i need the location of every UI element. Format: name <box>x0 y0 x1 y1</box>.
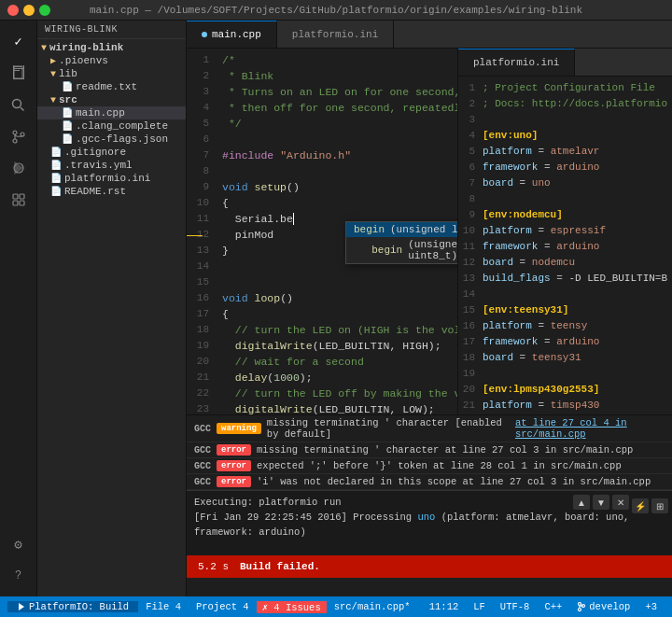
lint-item-2: GCC error missing terminating ' characte… <box>187 442 672 458</box>
svg-rect-15 <box>13 194 18 199</box>
terminal-grid[interactable]: ⊞ <box>651 498 668 513</box>
error-badge: error <box>217 476 251 487</box>
status-filename[interactable]: src/main.cpp* <box>327 601 418 612</box>
maximize-button[interactable] <box>39 5 50 16</box>
activity-settings[interactable]: ⚙ <box>6 531 32 557</box>
tree-item-gitignore[interactable]: 📄 .gitignore <box>37 146 186 159</box>
app-window: main.cpp — /Volumes/SOFT/Projects/GitHub… <box>0 0 672 617</box>
tree-label: .clang_complete <box>76 120 168 132</box>
file-icon: 📄 <box>50 173 62 184</box>
status-file-label: File 4 <box>146 601 181 612</box>
tree-item-src[interactable]: ▼ src <box>37 93 186 106</box>
activity-git[interactable] <box>6 123 32 149</box>
terminal-line-3: framework: arduino) <box>194 525 665 540</box>
code-line: * Blink <box>222 68 450 84</box>
right-code-line <box>483 366 668 382</box>
gcc-label: GCC <box>194 424 211 434</box>
status-project[interactable]: Project 4 <box>189 601 257 612</box>
tree-item-wiring-blink[interactable]: ▼ wiring-blink <box>37 41 186 54</box>
status-line-col[interactable]: 11:12 <box>422 601 467 612</box>
autocomplete-item-1[interactable]: begin(unsigned long baud) void <box>346 222 457 237</box>
tree-label: src <box>59 94 77 105</box>
terminal-pre: [Fri Jan 29 22:25:45 2016] Processing <box>194 512 417 523</box>
tree-item-readme-rst[interactable]: 📄 README.rst <box>37 185 186 198</box>
tree-item-pioenvs[interactable]: ▶ .pioenvs <box>37 54 186 67</box>
terminal-close[interactable]: ✕ <box>612 495 629 510</box>
lint-section-wrapper: SMART CODE LINTER GCC warning missing te… <box>187 415 672 490</box>
lint-item-1: GCC warning missing terminating ' charac… <box>187 415 672 442</box>
tree-item-gcc-flags[interactable]: 📄 .gcc-flags.json <box>37 133 186 146</box>
status-charset-label: UTF-8 <box>500 601 530 612</box>
activity-search[interactable] <box>6 91 32 118</box>
status-branch[interactable]: develop <box>569 601 637 612</box>
status-encoding[interactable]: LF <box>466 601 493 612</box>
activity-extensions[interactable] <box>6 187 32 213</box>
status-extra[interactable]: +3 <box>637 601 665 612</box>
right-panel-tabs: platformio.ini <box>458 49 672 77</box>
build-time: 5.2 s <box>198 561 229 572</box>
lint-message: 'i' was not declared in this scope at li… <box>257 476 651 487</box>
tree-item-lib[interactable]: ▼ lib <box>37 67 186 80</box>
terminal-lightning[interactable]: ⚡ <box>632 498 649 513</box>
titlebar-title: main.cpp — /Volumes/SOFT/Projects/GitHub… <box>90 5 582 16</box>
right-code-line <box>483 112 668 128</box>
svg-rect-2 <box>14 70 20 71</box>
tree-item-travis[interactable]: 📄 .travis.yml <box>37 159 186 172</box>
tab-platformio-ini-right[interactable]: platformio.ini <box>458 49 575 76</box>
lint-items: GCC warning missing terminating ' charac… <box>187 415 672 490</box>
activity-debug[interactable] <box>6 155 32 181</box>
right-code-line: platform = espressif <box>483 223 668 239</box>
code-line: * Turns on an LED on for one second, <box>222 84 450 100</box>
tree-item-main-cpp[interactable]: 📄 main.cpp <box>37 106 186 119</box>
tree-item-clang[interactable]: 📄 .clang_complete <box>37 119 186 133</box>
status-platformio[interactable]: PlatformIO: Build <box>7 601 138 612</box>
activity-files[interactable] <box>6 60 32 86</box>
right-code-line: ; Docs: http://docs.platformio <box>483 96 668 112</box>
tree-label: .pioenvs <box>59 55 108 66</box>
line-numbers: 12345 678910 1112131415 1617181920 21222… <box>187 49 215 414</box>
tree-label: .gitignore <box>64 147 126 158</box>
activity-help[interactable]: ? <box>6 563 32 589</box>
svg-rect-5 <box>23 65 24 78</box>
tab-label: main.cpp <box>212 29 261 40</box>
editor-split: 12345 678910 1112131415 1617181920 21222… <box>187 49 672 414</box>
right-code-line: framework = arduino <box>483 239 668 255</box>
svg-point-9 <box>13 131 17 134</box>
close-button[interactable] <box>7 5 19 16</box>
tree-item-platformio-ini[interactable]: 📄 platformio.ini <box>37 172 186 185</box>
status-extra-label: +3 <box>645 601 657 612</box>
file-icon: 📄 <box>50 147 62 158</box>
tab-platformio-ini[interactable]: platformio.ini <box>277 21 394 48</box>
minimize-button[interactable] <box>23 5 35 16</box>
tab-main-cpp[interactable]: main.cpp <box>187 21 277 48</box>
autocomplete-fn-name: begin <box>354 224 385 235</box>
status-lang-label: C++ <box>544 601 562 612</box>
status-issues[interactable]: ✗ 4 Issues <box>257 601 327 613</box>
activity-checkmark[interactable]: ✓ <box>6 28 32 54</box>
code-line: */ <box>222 116 450 132</box>
right-line-numbers: 12345 678910 1112131415 1617181920 21222… <box>458 77 479 414</box>
right-code-line: ; Project Configuration File <box>483 80 668 96</box>
tree-item-readme-txt[interactable]: 📄 readme.txt <box>37 80 186 93</box>
right-code-line: platform = atmelavr <box>483 144 668 160</box>
status-filename-label: src/main.cpp* <box>334 601 411 612</box>
status-right: 11:12 LF UTF-8 C++ develop +3 <box>422 601 665 612</box>
autocomplete-params: (unsigned long baud) <box>390 224 457 235</box>
terminal-scroll-up[interactable]: ▲ <box>573 495 590 510</box>
lint-link[interactable]: at line 27 col 4 in src/main.cpp <box>515 417 665 440</box>
right-code-line: [env:nodemcu] <box>483 207 668 223</box>
right-code-line: [env:lpmsp430g2553] <box>483 382 668 398</box>
status-file-count[interactable]: File 4 <box>138 601 189 612</box>
build-failed-message: Build failed. <box>240 561 320 572</box>
status-charset[interactable]: UTF-8 <box>493 601 538 612</box>
code-line: void setup() <box>222 179 450 195</box>
main-area: ✓ ⚙ ? wiring-blink <box>0 21 672 596</box>
autocomplete-item-2[interactable]: begin(unsigned long, uint8_t) void <box>346 237 457 263</box>
tree-label: wiring-blink <box>49 42 123 53</box>
gcc-label: GCC <box>194 461 211 471</box>
build-failed-bar: 5.2 s Build failed. <box>187 555 672 578</box>
code-editor[interactable]: 12345 678910 1112131415 1617181920 21222… <box>187 49 457 414</box>
terminal-scroll-down[interactable]: ▼ <box>593 495 609 510</box>
status-lang[interactable]: C++ <box>537 601 569 612</box>
right-code-line: board = nodemcu <box>483 255 668 271</box>
